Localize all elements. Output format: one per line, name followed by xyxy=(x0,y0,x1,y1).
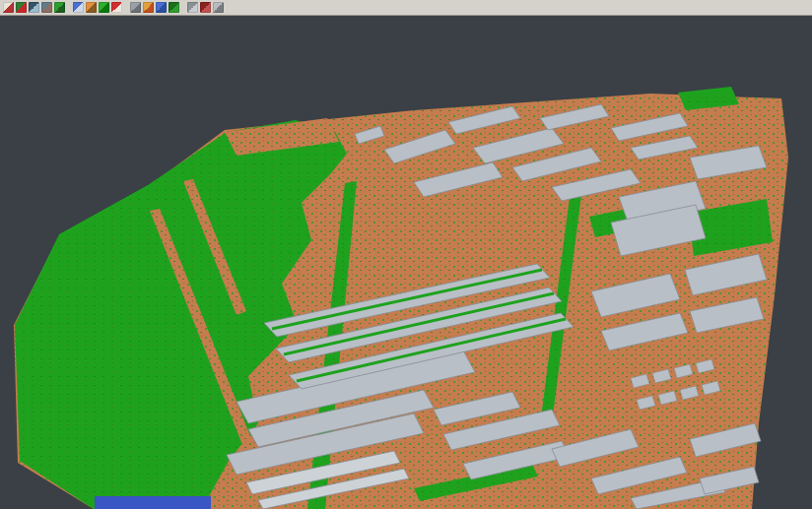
info-icon[interactable] xyxy=(213,2,224,13)
taskbar-fragment xyxy=(95,496,211,509)
record-ring-icon[interactable] xyxy=(111,2,122,13)
save-icon[interactable] xyxy=(29,2,39,13)
toolbar xyxy=(0,0,812,16)
crop-box-icon[interactable] xyxy=(86,2,97,13)
cut-icon[interactable] xyxy=(143,2,154,13)
sphere-icon[interactable] xyxy=(99,2,109,13)
dataset-icon[interactable] xyxy=(16,2,27,13)
settings-gear-icon[interactable] xyxy=(130,2,141,13)
measure-icon[interactable] xyxy=(200,2,211,13)
globe-icon[interactable] xyxy=(187,2,198,13)
vegetation-icon[interactable] xyxy=(54,2,65,13)
layers-icon[interactable] xyxy=(73,2,84,13)
application-window xyxy=(0,0,812,509)
polygon-icon[interactable] xyxy=(169,2,179,13)
point-cloud-render xyxy=(0,16,812,509)
grid-icon[interactable] xyxy=(156,2,167,13)
terrain-icon[interactable] xyxy=(41,2,52,13)
open-file-icon[interactable] xyxy=(3,2,14,13)
3d-viewport[interactable] xyxy=(0,16,812,509)
